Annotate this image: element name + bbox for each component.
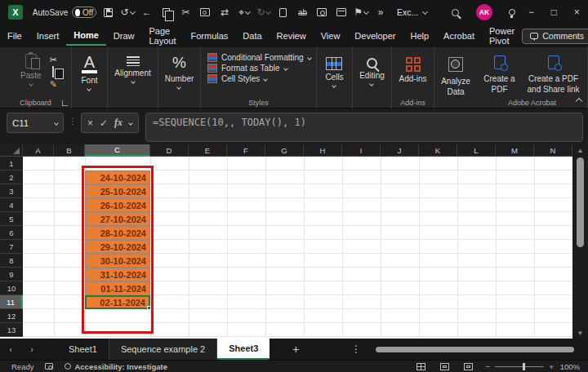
flag-icon[interactable]: ⚑ bbox=[353, 4, 369, 20]
column-header[interactable]: J bbox=[381, 144, 419, 157]
cut-icon[interactable]: ✂ bbox=[178, 4, 194, 20]
accessibility-status[interactable]: Accessibility: Investigate bbox=[65, 362, 167, 371]
template-icon[interactable] bbox=[333, 4, 350, 20]
column-header[interactable]: K bbox=[419, 144, 457, 157]
clipboard-dialog-launcher[interactable] bbox=[62, 100, 68, 106]
alignment-button[interactable]: Alignment bbox=[114, 47, 150, 83]
date-cell[interactable]: 25-10-2024 bbox=[85, 184, 150, 198]
normal-view-icon[interactable] bbox=[416, 363, 425, 370]
sheet-options-icon[interactable]: ⋮ bbox=[351, 343, 361, 355]
sheet-tab-sheet3-active[interactable]: Sheet3 bbox=[217, 339, 270, 360]
camera-icon[interactable] bbox=[314, 4, 331, 20]
next-sheet-icon[interactable]: › bbox=[21, 344, 42, 354]
search-icon[interactable] bbox=[447, 4, 463, 20]
column-header[interactable]: F bbox=[227, 144, 265, 157]
zoom-out-icon[interactable]: − bbox=[486, 362, 491, 371]
column-header[interactable]: H bbox=[304, 144, 342, 157]
format-as-table-button[interactable]: Format as Table bbox=[207, 64, 311, 73]
row-header[interactable]: 5 bbox=[0, 212, 23, 226]
row-header[interactable]: 1 bbox=[0, 157, 23, 170]
column-header[interactable]: A bbox=[23, 144, 54, 157]
format-painter-button[interactable]: ✎ bbox=[50, 79, 57, 89]
editing-button[interactable]: Editing bbox=[359, 47, 385, 86]
add-sheet-button[interactable]: + bbox=[292, 343, 299, 356]
row-header[interactable]: 4 bbox=[0, 198, 23, 212]
autosave-toggle[interactable]: Off bbox=[72, 7, 96, 18]
paste-button[interactable]: Paste bbox=[14, 47, 42, 89]
font-button[interactable]: A Font bbox=[81, 47, 97, 91]
formula-input[interactable]: =SEQUENCE(10,, TODAY(), 1) bbox=[145, 113, 583, 142]
toolbar-overflow-icon[interactable]: » bbox=[372, 4, 389, 20]
row-header[interactable]: 2 bbox=[0, 170, 23, 184]
date-cell[interactable]: 29-10-2024 bbox=[85, 240, 150, 254]
tab-help[interactable]: Help bbox=[403, 27, 436, 45]
tab-page-layout[interactable]: Page Layout bbox=[141, 22, 183, 50]
row-header-selected[interactable]: 11 bbox=[0, 295, 23, 309]
page-layout-view-icon[interactable] bbox=[440, 363, 449, 370]
analyze-data-button[interactable]: Analyze Data bbox=[434, 47, 477, 97]
lightbulb-icon[interactable] bbox=[504, 4, 520, 20]
touch-mode-icon[interactable]: ⌖ bbox=[236, 4, 252, 20]
tab-formulas[interactable]: Formulas bbox=[184, 27, 236, 45]
column-header[interactable]: N bbox=[534, 144, 572, 157]
scroll-up-icon[interactable]: ▲ bbox=[577, 144, 584, 156]
redo-icon[interactable]: ↻ bbox=[256, 4, 272, 20]
new-document-icon[interactable] bbox=[275, 4, 292, 20]
zoom-slider-thumb[interactable] bbox=[523, 363, 525, 370]
minimize-button[interactable]: − bbox=[520, 0, 543, 24]
macro-record-icon[interactable] bbox=[45, 363, 53, 370]
date-cell[interactable]: 01-11-2024 bbox=[85, 281, 150, 295]
addins-button[interactable]: Add-ins bbox=[399, 47, 427, 83]
zoom-slider[interactable] bbox=[495, 366, 544, 367]
column-header[interactable]: E bbox=[189, 144, 227, 157]
row-header[interactable]: 12 bbox=[0, 309, 23, 323]
document-title[interactable]: Exc... bbox=[397, 7, 427, 17]
date-cell[interactable]: 26-10-2024 bbox=[85, 198, 150, 212]
horizontal-scroll-thumb[interactable] bbox=[376, 347, 574, 352]
row-header[interactable]: 7 bbox=[0, 240, 23, 254]
vertical-scrollbar[interactable]: ▲ ▼ bbox=[572, 144, 588, 339]
tab-power-pivot[interactable]: Power Pivot bbox=[482, 22, 522, 50]
tab-insert[interactable]: Insert bbox=[29, 27, 67, 45]
column-header[interactable]: B bbox=[54, 144, 85, 157]
row-header[interactable]: 9 bbox=[0, 268, 23, 281]
column-header[interactable]: G bbox=[265, 144, 304, 157]
date-cell[interactable]: 30-10-2024 bbox=[85, 254, 150, 268]
back-arrow-icon[interactable]: ← bbox=[139, 4, 155, 20]
cancel-formula-icon[interactable]: × bbox=[87, 117, 93, 129]
save-icon[interactable] bbox=[100, 4, 116, 20]
tab-data[interactable]: Data bbox=[235, 27, 269, 45]
vertical-scroll-thumb[interactable] bbox=[577, 157, 584, 247]
cut-button[interactable]: ✂ bbox=[50, 55, 57, 64]
column-header[interactable]: L bbox=[457, 144, 496, 157]
tab-draw[interactable]: Draw bbox=[106, 27, 142, 45]
maximize-button[interactable]: □ bbox=[542, 0, 565, 24]
tab-acrobat[interactable]: Acrobat bbox=[436, 27, 482, 45]
row-header[interactable]: 6 bbox=[0, 226, 23, 240]
copy-icon[interactable] bbox=[158, 4, 175, 20]
active-cell[interactable]: 02-11-2024 bbox=[85, 295, 150, 309]
column-header[interactable]: D bbox=[150, 144, 189, 157]
account-avatar[interactable]: AK bbox=[476, 4, 492, 20]
picture-icon[interactable] bbox=[197, 4, 213, 20]
cell-grid[interactable]: 24-10-2024 25-10-2024 26-10-2024 27-10-2… bbox=[23, 157, 572, 337]
close-button[interactable]: × bbox=[565, 0, 588, 24]
cell-styles-button[interactable]: Cell Styles bbox=[207, 74, 311, 83]
create-pdf-button[interactable]: Create a PDF bbox=[482, 47, 518, 95]
column-header-selected[interactable]: C bbox=[85, 144, 150, 157]
create-pdf-share-button[interactable]: Create a PDF and Share link bbox=[524, 47, 583, 95]
sheet-tab-sequence-example-2[interactable]: Sequence example 2 bbox=[109, 339, 217, 360]
copy-button[interactable] bbox=[50, 67, 57, 77]
page-break-view-icon[interactable] bbox=[464, 363, 473, 370]
number-button[interactable]: % Number bbox=[165, 47, 194, 89]
date-cell[interactable]: 24-10-2024 bbox=[85, 170, 150, 184]
scroll-down-icon[interactable]: ▼ bbox=[577, 327, 584, 339]
date-cell[interactable]: 27-10-2024 bbox=[85, 212, 150, 226]
sheet-tab-sheet1[interactable]: Sheet1 bbox=[57, 339, 109, 360]
name-box[interactable]: C11 bbox=[7, 113, 64, 133]
select-all-button[interactable] bbox=[0, 144, 23, 157]
refresh-icon[interactable]: ⇄ bbox=[216, 4, 233, 20]
row-header[interactable]: 3 bbox=[0, 184, 23, 198]
date-cell[interactable]: 28-10-2024 bbox=[85, 226, 150, 240]
strikethrough-icon[interactable]: ab bbox=[295, 4, 311, 20]
